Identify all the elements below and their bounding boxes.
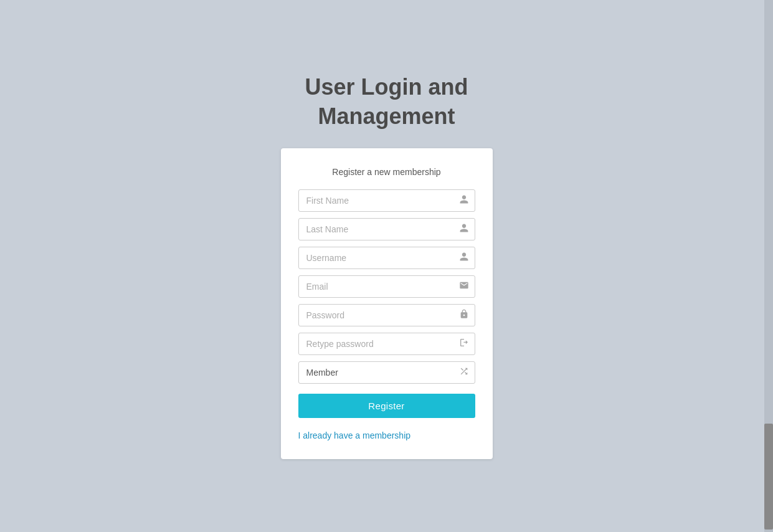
register-button[interactable]: Register [298,394,475,418]
first-name-group [298,189,475,212]
retype-password-input[interactable] [298,333,475,355]
page-title: User Login and Management [305,73,468,131]
scrollbar-track [764,0,773,532]
password-group [298,304,475,326]
registration-card: Register a new membership [281,148,493,459]
role-group: Member [298,361,475,384]
scrollbar-thumb[interactable] [764,424,773,530]
username-group [298,247,475,269]
membership-link[interactable]: I already have a membership [298,430,475,440]
username-input[interactable] [298,247,475,269]
email-group [298,275,475,298]
card-subtitle: Register a new membership [298,167,475,177]
retype-password-group [298,333,475,355]
role-select[interactable]: Member [298,361,475,384]
first-name-input[interactable] [298,189,475,212]
last-name-input[interactable] [298,218,475,240]
password-input[interactable] [298,304,475,326]
last-name-group [298,218,475,240]
email-input[interactable] [298,275,475,298]
